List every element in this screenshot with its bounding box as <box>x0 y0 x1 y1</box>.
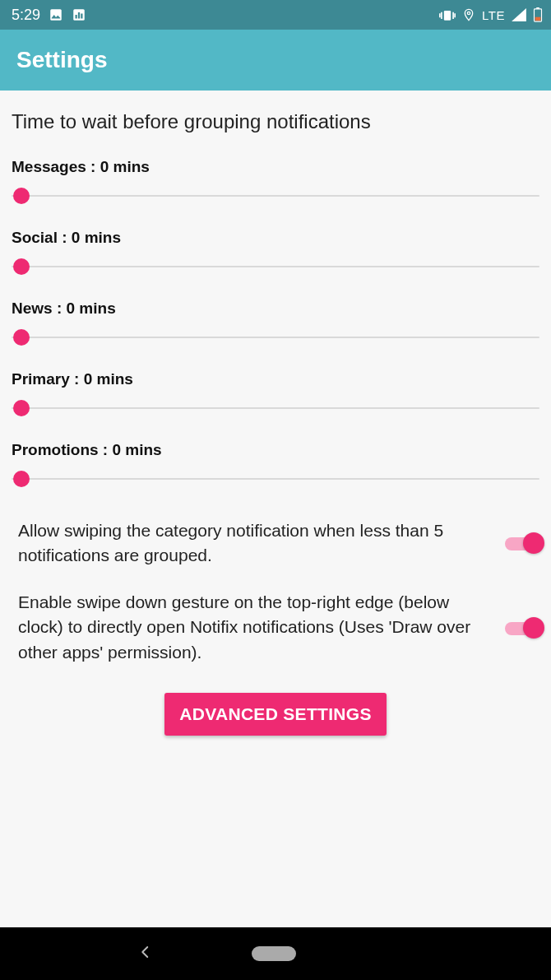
slider-label: Social : 0 mins <box>12 229 539 247</box>
content: Time to wait before grouping notificatio… <box>0 91 551 736</box>
switch-thumb <box>523 532 544 554</box>
section-title: Time to wait before grouping notificatio… <box>10 110 541 133</box>
slider-label: News : 0 mins <box>12 300 539 318</box>
toggle-swipe-category[interactable] <box>505 532 541 555</box>
nav-back-button[interactable] <box>138 943 153 964</box>
slider-thumb[interactable] <box>13 471 30 487</box>
slider-messages[interactable] <box>12 188 539 204</box>
slider-track <box>12 195 539 197</box>
slider-row-messages: Messages : 0 mins <box>10 158 541 204</box>
network-label: LTE <box>482 8 505 22</box>
status-bar: 5:29 LTE <box>0 0 551 30</box>
slider-social[interactable] <box>12 258 539 275</box>
svg-rect-5 <box>444 11 451 21</box>
navigation-bar <box>0 927 551 980</box>
svg-rect-2 <box>76 15 77 19</box>
button-row: ADVANCED SETTINGS <box>10 693 541 736</box>
slider-row-news: News : 0 mins <box>10 300 541 346</box>
location-icon <box>462 7 475 22</box>
slider-track <box>12 478 539 480</box>
slider-thumb[interactable] <box>13 258 30 275</box>
page-title: Settings <box>16 47 107 73</box>
svg-rect-3 <box>78 12 80 19</box>
slider-track <box>12 407 539 409</box>
slider-primary[interactable] <box>12 400 539 416</box>
nav-home-button[interactable] <box>252 946 296 961</box>
slider-row-social: Social : 0 mins <box>10 229 541 275</box>
slider-thumb[interactable] <box>13 329 30 346</box>
slider-row-primary: Primary : 0 mins <box>10 370 541 416</box>
chart-icon <box>72 7 86 22</box>
toggle-label: Allow swiping the category notification … <box>18 518 490 569</box>
slider-label: Messages : 0 mins <box>12 158 539 176</box>
slider-promotions[interactable] <box>12 471 539 487</box>
battery-icon <box>533 7 543 22</box>
svg-point-10 <box>467 12 470 14</box>
toggle-swipe-gesture[interactable] <box>505 616 541 639</box>
toggle-label: Enable swipe down gesture on the top-rig… <box>18 590 490 665</box>
slider-news[interactable] <box>12 329 539 346</box>
vibrate-icon <box>439 7 456 22</box>
signal-icon <box>512 8 526 21</box>
image-icon <box>49 7 63 22</box>
status-time: 5:29 <box>12 7 40 24</box>
slider-label: Promotions : 0 mins <box>12 441 539 459</box>
svg-rect-4 <box>81 14 82 19</box>
slider-thumb[interactable] <box>13 188 30 204</box>
action-bar: Settings <box>0 30 551 91</box>
switch-thumb <box>523 617 544 639</box>
slider-track <box>12 337 539 338</box>
svg-rect-13 <box>535 17 541 21</box>
slider-label: Primary : 0 mins <box>12 370 539 388</box>
advanced-settings-button[interactable]: ADVANCED SETTINGS <box>164 693 386 736</box>
toggle-row-swipe-category: Allow swiping the category notification … <box>10 512 541 585</box>
svg-rect-0 <box>50 9 62 21</box>
toggle-row-swipe-gesture: Enable swipe down gesture on the top-rig… <box>10 585 541 681</box>
slider-track <box>12 266 539 267</box>
slider-row-promotions: Promotions : 0 mins <box>10 441 541 487</box>
slider-thumb[interactable] <box>13 400 30 416</box>
